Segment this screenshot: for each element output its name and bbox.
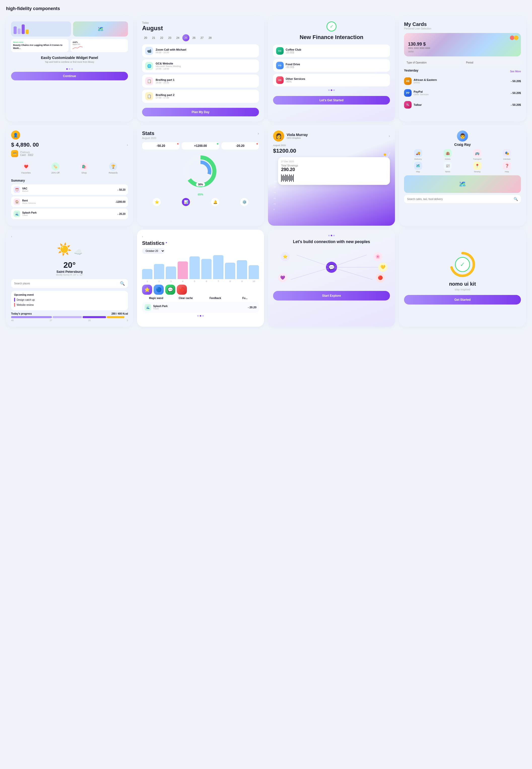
bar-chart-item: 6 (201, 259, 212, 283)
bi-chart[interactable]: 📊 (182, 198, 190, 206)
search-icon[interactable]: 🔍 (514, 197, 518, 201)
trans-ae[interactable]: AE African & Eastern Drinks - 50.20$ (404, 75, 521, 87)
plan-day-button[interactable]: Plan My Day (142, 108, 259, 116)
app-row: ⭐ 🔵 💬 🔴 (142, 285, 259, 295)
search-input[interactable] (407, 198, 512, 200)
sp-bottom-cat: Travel (153, 308, 168, 310)
type-filter[interactable]: Type of Operation (404, 59, 461, 66)
temperature: 20° (11, 260, 128, 270)
cal-day-26[interactable]: 26 (190, 34, 197, 41)
sparkline-chart (73, 45, 83, 50)
nearby-icon: 📍 (473, 162, 481, 170)
pl-2: 27 (50, 319, 52, 322)
finance-fd[interactable]: FD Food Drive -30.00$ (273, 59, 390, 72)
start-explore-button[interactable]: Start Explore (273, 291, 390, 300)
sum-rent[interactable]: 🏠 Rent Home Services -1200.00 (11, 196, 128, 207)
bi-star[interactable]: ⭐ (153, 198, 161, 206)
news-headline: Beauty Chains Are Lagging When it Comes … (13, 44, 67, 50)
ae-cat: Drinks (414, 81, 437, 84)
statistics-card: ‹ Statistics ● October 20 12345678910 ⭐ … (137, 230, 264, 327)
trans-tl[interactable]: TL Talbar - 50.20$ (404, 99, 521, 111)
carousel-dots (66, 68, 73, 70)
service-entertain[interactable]: 🎭 Intertain (493, 149, 521, 160)
see-more-link[interactable]: See More (510, 70, 521, 73)
upcoming-box: Upcoming event Design catch up Website r… (11, 291, 128, 310)
bar-3 (22, 24, 25, 34)
cal-day-21[interactable]: 21 (150, 34, 157, 41)
event-zoom[interactable]: 📹 Zoom Call with Michael 09:00 - 10:00 (142, 44, 259, 57)
connect-dots (273, 235, 390, 236)
service-news[interactable]: 📰 News (434, 162, 462, 173)
period-filter[interactable]: Period (463, 59, 521, 66)
cal-day-20[interactable]: 20 (142, 34, 149, 41)
cal-day-23[interactable]: 23 (166, 34, 173, 41)
main-grid: 🗺️ News.com Beauty Chains Are Lagging Wh… (6, 16, 526, 327)
search-places-icon[interactable]: 🔍 (120, 281, 125, 286)
cal-day-24[interactable]: 24 (174, 34, 181, 41)
finance-cc[interactable]: CC Coffee Club -20.80$ (273, 45, 390, 57)
cal-day-28[interactable]: 28 (207, 34, 214, 41)
event-gca-sub: Microsoft Teams Meeting (156, 65, 181, 68)
chip-2-value: +1200.00 (194, 144, 207, 148)
bi-bell[interactable]: 🔔 (211, 198, 219, 206)
place-search-input[interactable] (14, 282, 118, 285)
magic-wand-icon[interactable]: ⭐ (142, 285, 152, 295)
rent-info: Rent Home Services (22, 199, 36, 204)
service-nearby[interactable]: 📍 Nearby (463, 162, 491, 173)
sum-sp[interactable]: 🌊 Splash Park Travel - 20.20 (11, 209, 128, 219)
donut-chart: 30% (183, 154, 218, 189)
viola-chevron[interactable]: › (389, 134, 390, 138)
get-started-nomo-button[interactable]: Get Started (404, 295, 521, 305)
cal-day-22[interactable]: 22 (158, 34, 165, 41)
event-br2[interactable]: 📋 Breifing part 2 17:00 - 17:30 (142, 90, 259, 103)
finance-os[interactable]: OS Other Services -45% (273, 74, 390, 86)
sp-bottom-info: Splash Park Travel (153, 305, 168, 310)
sum-vac[interactable]: ⏰ VAC Market - 50.20 (11, 184, 128, 195)
sp-name: Splash Park (22, 211, 37, 214)
stats-back-button[interactable]: ‹ (142, 235, 259, 238)
svg-point-3 (384, 153, 386, 156)
bar-element (225, 263, 235, 279)
event-gca-title: GC& Website (156, 62, 181, 65)
off-item[interactable]: 🏷️ 20% Off (51, 162, 59, 174)
barcode (281, 174, 387, 182)
shop-item[interactable]: 🛍️ Shop (80, 162, 88, 174)
bar-element (249, 265, 259, 279)
favorites-item[interactable]: ❤️ Favorites (21, 162, 31, 174)
ae-info: African & Eastern Drinks (414, 78, 437, 84)
bi-gear[interactable]: ⚙️ (240, 198, 248, 206)
net-node-1: ⭐ (281, 252, 290, 261)
service-delivery[interactable]: 🚚 Delivery (404, 149, 432, 160)
period-select[interactable]: October 20 (142, 248, 165, 254)
cal-day-27[interactable]: 27 (198, 34, 206, 41)
service-hotels[interactable]: 🏨 Hotels (434, 149, 462, 160)
pb-4 (107, 316, 124, 318)
weather-search-bar: 🔍 (11, 279, 128, 288)
trans-pp[interactable]: PP PayPal Other Services - 50.20$ (404, 87, 521, 99)
chevron-right-icon[interactable]: › (127, 143, 128, 147)
feedback-icon[interactable]: 💬 (165, 285, 175, 295)
design-event: Design catch up (14, 298, 125, 302)
net-node-2: 🌸 (373, 252, 382, 261)
cal-day-25[interactable]: 25 (182, 34, 189, 41)
sp-info: Splash Park Travel (22, 211, 37, 216)
chip-3-badge (256, 143, 258, 145)
today-label: Today (142, 21, 259, 24)
viola-period: August 2020 (273, 144, 390, 147)
service-map[interactable]: 🗺️ Map (404, 162, 432, 173)
br1-icon: 📋 (145, 77, 153, 85)
continue-button[interactable]: Continue (11, 72, 128, 80)
service-transport[interactable]: 🚌 Transport (463, 149, 491, 160)
service-help[interactable]: ❓ Help (493, 162, 521, 173)
bar-element (189, 256, 200, 279)
event-br1[interactable]: 📋 Breifing part 1 16:00 - 16:30 (142, 75, 259, 88)
get-started-button[interactable]: Let's Get Started (273, 96, 390, 105)
clear-cache-icon[interactable]: 🔵 (154, 285, 164, 295)
weather-back-button[interactable]: ‹ (11, 235, 128, 238)
website-event: Website review (14, 303, 125, 307)
rewards-item[interactable]: 🏆 Rewards (109, 162, 118, 174)
event-gca[interactable]: 🌐 GC& Website Microsoft Teams Meeting 13… (142, 59, 259, 73)
fu-icon[interactable]: 🔴 (177, 285, 187, 295)
stats-chevron[interactable]: › (258, 131, 259, 136)
bar-2 (18, 28, 21, 34)
